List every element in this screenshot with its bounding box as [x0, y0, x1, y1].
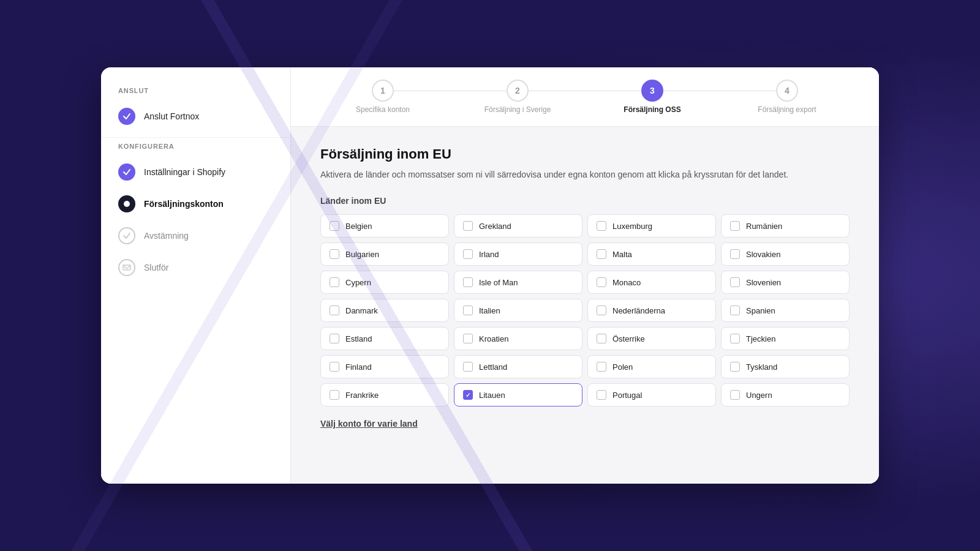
step-1[interactable]: 1 Specifika konton	[315, 80, 450, 114]
checkbox-irland[interactable]	[463, 249, 473, 259]
sidebar-item-slutfor-label: Slutför	[144, 263, 168, 272]
checkbox-danmark[interactable]	[330, 305, 339, 315]
sidebar-item-forsaljningskonton[interactable]: Försäljningskonton	[101, 188, 290, 220]
stepper: 1 Specifika konton 2 Försäljning i Sveri…	[291, 67, 879, 127]
page-description: Aktivera de länder och momssatser som ni…	[320, 168, 850, 181]
sidebar-section-anslut: ANSLUT	[101, 87, 290, 100]
country-item-monaco[interactable]: Monaco	[587, 271, 716, 294]
sidebar-icon-avstamning	[118, 227, 135, 244]
country-item-polen[interactable]: Polen	[587, 355, 716, 378]
sidebar-icon-installningar	[118, 163, 135, 181]
country-item-litauen[interactable]: Litauen	[454, 383, 582, 407]
checkbox-slovenien[interactable]	[730, 277, 740, 287]
country-item-italien[interactable]: Italien	[454, 299, 582, 322]
checkbox-malta[interactable]	[597, 249, 606, 259]
country-name-portugal: Portugal	[612, 391, 642, 400]
country-name-rumanien: Rumänien	[746, 222, 782, 231]
checkbox-tjeckien[interactable]	[730, 334, 740, 343]
sidebar-item-slutfor[interactable]: Slutför	[101, 252, 290, 283]
step-3[interactable]: 3 Försäljning OSS	[585, 80, 720, 114]
country-item-danmark[interactable]: Danmark	[320, 299, 449, 322]
country-item-malta[interactable]: Malta	[587, 242, 716, 266]
sidebar-item-avstamning[interactable]: Avstämning	[101, 220, 290, 252]
sidebar-item-anslut-fortnox[interactable]: Anslut Fortnox	[101, 100, 290, 132]
country-item-estland[interactable]: Estland	[320, 327, 449, 350]
checkbox-estland[interactable]	[330, 334, 339, 343]
country-item-osterrike[interactable]: Österrike	[587, 327, 716, 350]
sidebar: ANSLUT Anslut Fortnox KONFIGURERA Instäl…	[101, 67, 291, 484]
country-name-tyskland: Tyskland	[746, 362, 777, 372]
country-name-tjeckien: Tjeckien	[746, 334, 775, 343]
checkbox-portugal[interactable]	[597, 390, 606, 400]
country-item-tjeckien[interactable]: Tjeckien	[721, 327, 850, 350]
country-name-italien: Italien	[479, 306, 500, 315]
country-item-rumanien[interactable]: Rumänien	[721, 214, 850, 238]
footer-link-konto[interactable]: Välj konto för varie land	[320, 419, 418, 429]
section-title-countries: Länder inom EU	[320, 196, 850, 206]
checkbox-luxemburg[interactable]	[597, 221, 606, 231]
country-item-grekland[interactable]: Grekland	[454, 214, 582, 238]
country-item-portugal[interactable]: Portugal	[587, 383, 716, 407]
sidebar-item-installningar[interactable]: Inställningar i Shopify	[101, 156, 290, 188]
checkbox-ungern[interactable]	[730, 390, 740, 400]
country-item-nederlanderna[interactable]: Nederländerna	[587, 299, 716, 322]
check-icon-2	[123, 168, 131, 176]
checkbox-polen[interactable]	[597, 362, 606, 372]
checkbox-kroatien[interactable]	[463, 334, 473, 343]
country-item-spanien[interactable]: Spanien	[721, 299, 850, 322]
step-circle-3: 3	[641, 80, 663, 102]
country-name-grekland: Grekland	[479, 222, 511, 231]
country-item-frankrike[interactable]: Frankrike	[320, 383, 449, 407]
step-2[interactable]: 2 Försäljning i Sverige	[450, 80, 585, 114]
checkbox-nederlanderna[interactable]	[597, 305, 606, 315]
checkbox-italien[interactable]	[463, 305, 473, 315]
check-icon-3	[123, 231, 131, 240]
country-item-irland[interactable]: Irland	[454, 242, 582, 266]
country-name-frankrike: Frankrike	[345, 391, 379, 400]
country-item-finland[interactable]: Finland	[320, 355, 449, 378]
country-name-litauen: Litauen	[479, 391, 505, 400]
checkbox-slovakien[interactable]	[730, 249, 740, 259]
country-name-monaco: Monaco	[612, 278, 641, 287]
country-item-luxemburg[interactable]: Luxemburg	[587, 214, 716, 238]
checkbox-rumanien[interactable]	[730, 221, 740, 231]
country-item-lettland[interactable]: Lettland	[454, 355, 582, 378]
checkbox-osterrike[interactable]	[597, 334, 606, 343]
checkbox-frankrike[interactable]	[330, 390, 339, 400]
checkbox-monaco[interactable]	[597, 277, 606, 287]
country-item-tyskland[interactable]: Tyskland	[721, 355, 850, 378]
country-name-ungern: Ungern	[746, 391, 772, 400]
country-name-nederlanderna: Nederländerna	[612, 306, 665, 315]
country-name-kroatien: Kroatien	[479, 334, 508, 343]
country-item-slovakien[interactable]: Slovakien	[721, 242, 850, 266]
checkbox-grekland[interactable]	[463, 221, 473, 231]
country-item-ungern[interactable]: Ungern	[721, 383, 850, 407]
country-item-slovenien[interactable]: Slovenien	[721, 271, 850, 294]
country-name-irland: Irland	[479, 250, 499, 259]
checkbox-litauen[interactable]	[463, 390, 473, 400]
country-name-danmark: Danmark	[345, 306, 378, 315]
country-item-belgien[interactable]: Belgien	[320, 214, 449, 238]
sidebar-icon-slutfor	[118, 259, 135, 276]
checkbox-belgien[interactable]	[330, 221, 339, 231]
country-name-finland: Finland	[345, 362, 372, 372]
country-name-slovakien: Slovakien	[746, 250, 780, 259]
step-circle-4: 4	[776, 80, 798, 102]
checkbox-lettland[interactable]	[463, 362, 473, 372]
country-item-cypern[interactable]: Cypern	[320, 271, 449, 294]
page-title: Försäljning inom EU	[320, 146, 850, 162]
checkbox-finland[interactable]	[330, 362, 339, 372]
checkbox-tyskland[interactable]	[730, 362, 740, 372]
checkbox-spanien[interactable]	[730, 305, 740, 315]
step-label-2: Försäljning i Sverige	[484, 105, 551, 114]
sidebar-icon-anslut-fortnox	[118, 108, 135, 125]
step-4[interactable]: 4 Försäljning export	[720, 80, 854, 114]
country-item-bulgarien[interactable]: Bulgarien	[320, 242, 449, 266]
sidebar-item-installningar-label: Inställningar i Shopify	[144, 167, 225, 177]
country-item-isle-of-man[interactable]: Isle of Man	[454, 271, 582, 294]
checkbox-cypern[interactable]	[330, 277, 339, 287]
country-item-kroatien[interactable]: Kroatien	[454, 327, 582, 350]
checkbox-bulgarien[interactable]	[330, 249, 339, 259]
step-label-4: Försäljning export	[758, 105, 816, 114]
checkbox-isle-of-man[interactable]	[463, 277, 473, 287]
